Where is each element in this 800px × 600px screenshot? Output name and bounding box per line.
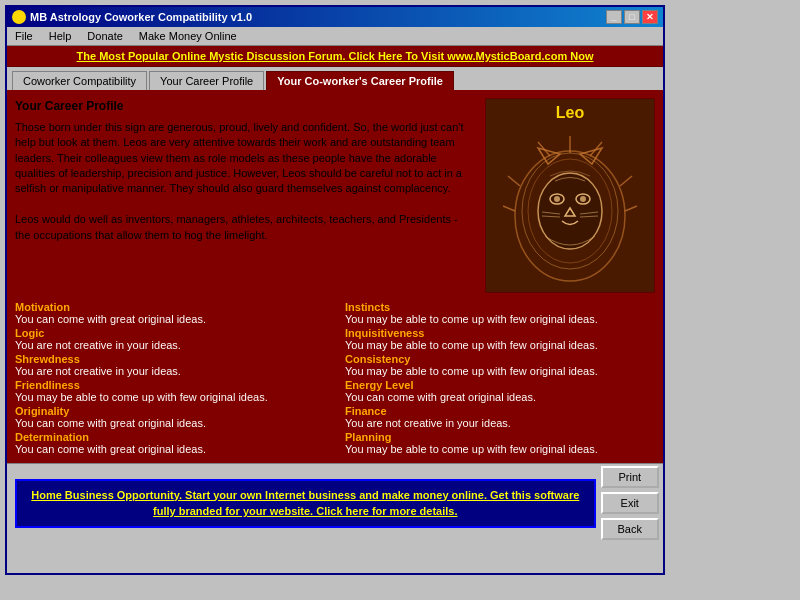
sign-image: Leo: [485, 98, 655, 293]
trait-right-col: Instincts You may be able to come up wit…: [345, 301, 655, 455]
traits-grid: Motivation You can come with great origi…: [15, 301, 655, 455]
close-button[interactable]: ✕: [642, 10, 658, 24]
titlebar: MB Astrology Coworker Compatibility v1.0…: [7, 7, 663, 27]
menu-file[interactable]: File: [12, 29, 36, 43]
bottom-area: Home Business Opportunity. Start your ow…: [7, 463, 663, 542]
trait-inquisitiveness: Inquisitiveness You may be able to come …: [345, 327, 655, 351]
trait-consistency: Consistency You may be able to come up w…: [345, 353, 655, 377]
profile-description: Those born under this sign are generous,…: [15, 120, 475, 243]
svg-point-14: [580, 196, 586, 202]
window-title: MB Astrology Coworker Compatibility v1.0: [30, 11, 252, 23]
bottom-banner[interactable]: Home Business Opportunity. Start your ow…: [15, 479, 596, 528]
titlebar-left: MB Astrology Coworker Compatibility v1.0: [12, 10, 252, 24]
svg-line-8: [503, 206, 515, 211]
trait-determination: Determination You can come with great or…: [15, 431, 325, 455]
profile-title: Your Career Profile: [15, 98, 475, 115]
sign-name: Leo: [556, 104, 584, 122]
app-icon: [12, 10, 26, 24]
print-button[interactable]: Print: [601, 466, 659, 488]
titlebar-buttons: _ □ ✕: [606, 10, 658, 24]
profile-text: Your Career Profile Those born under thi…: [15, 98, 475, 293]
trait-motivation: Motivation You can come with great origi…: [15, 301, 325, 325]
tab-coworker-compatibility[interactable]: Coworker Compatibility: [12, 71, 147, 90]
action-buttons: Print Exit Back: [601, 466, 659, 540]
main-content: Your Career Profile Those born under thi…: [7, 90, 663, 463]
trait-energy-level: Energy Level You can come with great ori…: [345, 379, 655, 403]
trait-instincts: Instincts You may be able to come up wit…: [345, 301, 655, 325]
svg-line-7: [620, 176, 632, 186]
trait-originality: Originality You can come with great orig…: [15, 405, 325, 429]
menubar: File Help Donate Make Money Online: [7, 27, 663, 46]
trait-left-col: Motivation You can come with great origi…: [15, 301, 325, 455]
menu-help[interactable]: Help: [46, 29, 75, 43]
restore-button[interactable]: □: [624, 10, 640, 24]
trait-shrewdness: Shrewdness You are not creative in your …: [15, 353, 325, 377]
svg-line-9: [625, 206, 637, 211]
trait-finance: Finance You are not creative in your ide…: [345, 405, 655, 429]
tab-your-career-profile[interactable]: Your Career Profile: [149, 71, 264, 90]
menu-donate[interactable]: Donate: [84, 29, 125, 43]
profile-area: Your Career Profile Those born under thi…: [15, 98, 655, 293]
leo-symbol: [500, 126, 640, 286]
minimize-button[interactable]: _: [606, 10, 622, 24]
trait-friendliness: Friendliness You may be able to come up …: [15, 379, 325, 403]
tab-coworker-career-profile[interactable]: Your Co-worker's Career Profile: [266, 71, 454, 90]
svg-line-6: [508, 176, 520, 186]
back-button[interactable]: Back: [601, 518, 659, 540]
tabs-container: Coworker Compatibility Your Career Profi…: [7, 67, 663, 90]
svg-point-13: [554, 196, 560, 202]
trait-planning: Planning You may be able to come up with…: [345, 431, 655, 455]
menu-make-money[interactable]: Make Money Online: [136, 29, 240, 43]
exit-button[interactable]: Exit: [601, 492, 659, 514]
top-banner[interactable]: The Most Popular Online Mystic Discussio…: [7, 46, 663, 67]
trait-logic: Logic You are not creative in your ideas…: [15, 327, 325, 351]
